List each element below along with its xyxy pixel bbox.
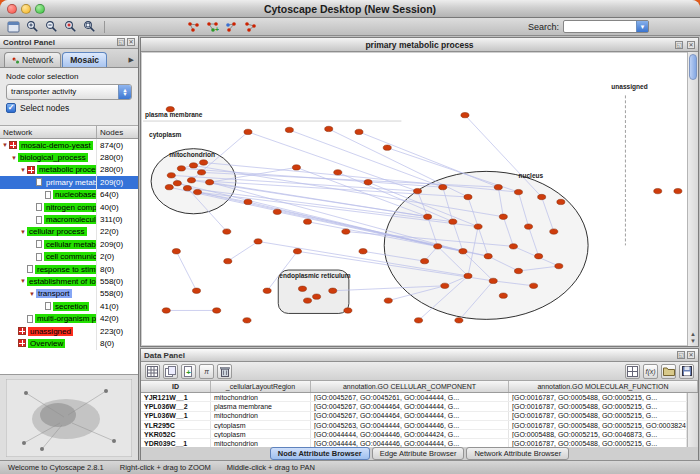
table-cell[interactable]: YKR052C (141, 430, 211, 438)
scrollbar-thumb[interactable] (689, 54, 697, 80)
network-node[interactable] (206, 180, 214, 185)
attribute-function-icon[interactable]: π (199, 364, 214, 379)
table-cell[interactable]: mitochondrion (211, 412, 311, 420)
network-node[interactable] (455, 318, 463, 323)
close-panel-icon[interactable]: ✕ (127, 38, 135, 46)
network-icon[interactable] (185, 19, 202, 35)
view-float-icon[interactable]: ◱ (675, 41, 683, 49)
network-node[interactable] (263, 288, 271, 293)
table-row[interactable]: YPL036W__1mitochondrion[GO:0045267, GO:0… (141, 412, 687, 421)
tree-row[interactable]: cell communica2(0) (0, 251, 138, 263)
export-attributes-icon[interactable] (679, 364, 694, 379)
network-graph[interactable]: plasma membranecytoplasmmitochondrionnuc… (141, 52, 687, 346)
column-header-id[interactable]: ID (141, 381, 211, 392)
network-node[interactable] (244, 129, 252, 134)
network-node[interactable] (499, 293, 507, 298)
minimize-button[interactable] (21, 4, 31, 14)
network-canvas[interactable]: plasma membranecytoplasmmitochondrionnuc… (141, 52, 698, 346)
network-edge[interactable] (296, 167, 427, 216)
table-row[interactable]: YLR295Ccytoplasm[GO:0045263, GO:0044444,… (141, 421, 687, 430)
node-color-combobox[interactable]: transporter activity ▲▼ (6, 84, 132, 100)
network-node[interactable] (344, 308, 352, 313)
tree-row[interactable]: multi-organism pro42(0) (0, 312, 138, 324)
table-cell[interactable]: YLR295C (141, 421, 211, 429)
network-node[interactable] (413, 188, 421, 193)
network-edge[interactable] (228, 241, 258, 261)
tab-mosaic[interactable]: Mosaic (62, 52, 107, 67)
network-node[interactable] (223, 229, 231, 234)
network-node[interactable] (449, 219, 457, 224)
network-node[interactable] (434, 244, 442, 249)
tab-scroll-right-icon[interactable]: ▶ (129, 56, 136, 67)
network-node[interactable] (303, 298, 311, 303)
table-cell[interactable]: [GO:0016787, GO:0005488, GO:0005215, GO:… (509, 421, 687, 429)
network-node[interactable] (254, 239, 262, 244)
tree-expand-arrow-icon[interactable]: ▼ (20, 167, 26, 173)
network-node[interactable] (224, 258, 232, 263)
tree-expand-arrow-icon[interactable]: ▼ (29, 291, 35, 297)
network-node[interactable] (555, 263, 563, 268)
table-cell[interactable]: cytoplasm (211, 421, 311, 429)
tree-row[interactable]: ▼cellular process22(0) (0, 226, 138, 238)
table-cell[interactable]: [GO:0044444, GO:0044446, GO:0044424, G..… (311, 430, 509, 438)
network-node[interactable] (557, 199, 565, 204)
combobox-arrows-icon[interactable]: ▲▼ (118, 85, 131, 99)
network-node[interactable] (461, 112, 469, 117)
network-node[interactable] (525, 224, 533, 229)
network-node[interactable] (674, 188, 682, 193)
table-cell[interactable]: cytoplasm (211, 430, 311, 438)
tree-row[interactable]: ▼establishment of lo558(0) (0, 275, 138, 287)
network-node[interactable] (183, 185, 191, 190)
view-close-icon[interactable]: ✕ (687, 41, 695, 49)
network-node[interactable] (538, 194, 546, 199)
tree-header-network[interactable]: Network (0, 126, 97, 138)
network-node[interactable] (187, 178, 195, 183)
network-node[interactable] (172, 249, 180, 254)
network-node[interactable] (474, 224, 482, 229)
network-node[interactable] (484, 254, 492, 259)
tab-network[interactable]: Network (4, 52, 61, 67)
network-node[interactable] (244, 199, 252, 204)
search-input[interactable]: ▼ (563, 20, 649, 33)
tree-row[interactable]: ▼mosaic-demo-yeast874(0) (0, 139, 138, 151)
unselect-attributes-icon[interactable] (163, 364, 178, 379)
network-node[interactable] (162, 308, 170, 313)
network-node[interactable] (177, 166, 185, 171)
tree-header-nodes[interactable]: Nodes (97, 126, 138, 138)
network-node[interactable] (383, 145, 391, 150)
scrollbar-arrows-icon[interactable]: ▲▼ (688, 331, 698, 345)
zoom-window-button[interactable] (35, 4, 45, 14)
table-cell[interactable]: [GO:0016787, GO:0005488, GO:0005215, G..… (509, 412, 687, 420)
network-node[interactable] (313, 294, 321, 299)
delete-attribute-icon[interactable] (217, 364, 232, 379)
network-node[interactable] (441, 283, 449, 288)
tree-expand-arrow-icon[interactable]: ▼ (20, 278, 26, 284)
network-node[interactable] (293, 249, 301, 254)
network-node[interactable] (514, 189, 522, 194)
table-cell[interactable]: [GO:0045267, GO:0044464, GO:0044444, G..… (311, 412, 509, 420)
table-cell[interactable]: mitochondrion (211, 439, 311, 447)
network-node[interactable] (273, 209, 281, 214)
table-cell[interactable]: YPL036W__2 (141, 402, 211, 410)
network-node[interactable] (213, 308, 221, 313)
tree-row[interactable]: response to stimul8(0) (0, 263, 138, 275)
annotation-icon[interactable] (242, 19, 259, 35)
table-cell[interactable]: [GO:0016787, GO:0005488, GO:0005215, G..… (509, 439, 687, 447)
tree-row[interactable]: primary metab209(0) (0, 176, 138, 188)
tab-edge-attribute-browser[interactable]: Edge Attribute Browser (372, 447, 465, 460)
network-node[interactable] (325, 126, 333, 131)
vizmapper-icon[interactable] (223, 19, 240, 35)
network-node[interactable] (439, 184, 447, 189)
network-node[interactable] (192, 288, 200, 293)
column-header-cellular-component[interactable]: annotation.GO CELLULAR_COMPONENT (311, 381, 509, 392)
table-cell[interactable]: YDR039C__1 (141, 439, 211, 447)
network-node[interactable] (303, 219, 311, 224)
tree-row[interactable]: unassigned223(0) (0, 325, 138, 337)
table-cell[interactable]: [GO:0045267, GO:0044464, GO:0044444, G..… (311, 402, 509, 410)
tree-row[interactable]: ▼biological_process280(0) (0, 151, 138, 163)
network-node[interactable] (329, 288, 337, 293)
search-dropdown-arrow-icon[interactable]: ▼ (636, 21, 648, 32)
attribute-matrix-icon[interactable] (625, 364, 640, 379)
close-button[interactable] (7, 4, 17, 14)
tree-row[interactable]: macromolecule311(0) (0, 213, 138, 225)
